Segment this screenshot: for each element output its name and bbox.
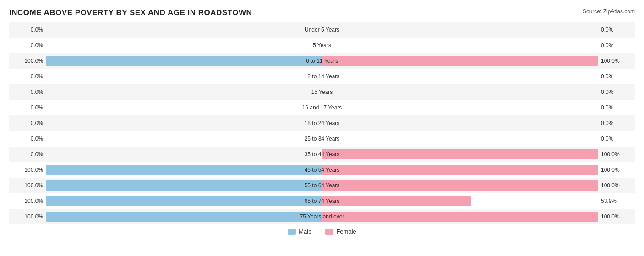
left-value-label: 0.0% <box>9 104 46 111</box>
legend-male: Male <box>288 228 311 235</box>
bar-area: 16 and 17 Years <box>46 100 598 115</box>
center-label: 35 to 44 Years <box>305 151 340 158</box>
source-text: Source: ZipAtlas.com <box>583 8 635 15</box>
bar-area: 45 to 54 Years <box>46 162 598 178</box>
left-value-label: 100.0% <box>9 213 46 220</box>
bar-row: 0.0%Under 5 Years0.0% <box>9 22 635 38</box>
right-value-label: 0.0% <box>598 27 635 33</box>
legend-male-label: Male <box>299 228 311 235</box>
chart-container: INCOME ABOVE POVERTY BY SEX AND AGE IN R… <box>0 0 644 256</box>
center-label: 6 to 11 Years <box>306 58 338 64</box>
legend-female-label: Female <box>336 228 356 235</box>
female-bar <box>322 56 598 66</box>
right-value-label: 0.0% <box>598 120 635 126</box>
right-value-label: 0.0% <box>598 104 635 111</box>
bar-row: 0.0%18 to 24 Years0.0% <box>9 115 635 131</box>
center-label: 65 to 74 Years <box>305 198 340 204</box>
male-bar <box>46 196 322 206</box>
legend-male-box <box>288 229 296 235</box>
left-value-label: 0.0% <box>9 27 46 33</box>
bar-area: 6 to 11 Years <box>46 53 598 69</box>
left-value-label: 0.0% <box>9 73 46 80</box>
left-value-label: 0.0% <box>9 42 46 49</box>
female-bar <box>322 196 471 206</box>
center-label: 12 to 14 Years <box>305 73 340 80</box>
center-label: 18 to 24 Years <box>305 120 340 126</box>
bar-area: 25 to 34 Years <box>46 131 598 147</box>
right-value-label: 0.0% <box>598 136 635 142</box>
bar-area: 15 Years <box>46 84 598 100</box>
male-bar <box>46 180 322 191</box>
male-bar <box>46 212 322 222</box>
center-label: 16 and 17 Years <box>302 104 342 111</box>
right-value-label: 100.0% <box>598 151 635 158</box>
center-label: 15 Years <box>311 89 333 95</box>
left-value-label: 100.0% <box>9 198 46 204</box>
male-bar <box>46 56 322 66</box>
right-value-label: 53.9% <box>598 198 635 204</box>
center-label: Under 5 Years <box>305 27 339 33</box>
rows-area: 0.0%Under 5 Years0.0%0.0%5 Years0.0%100.… <box>9 22 635 224</box>
chart-title: INCOME ABOVE POVERTY BY SEX AND AGE IN R… <box>9 8 635 17</box>
bar-row: 0.0%5 Years0.0% <box>9 38 635 53</box>
left-value-label: 100.0% <box>9 58 46 64</box>
bar-row: 100.0%55 to 64 Years100.0% <box>9 178 635 193</box>
female-bar <box>322 149 598 159</box>
bar-row: 100.0%45 to 54 Years100.0% <box>9 162 635 178</box>
legend-female: Female <box>325 228 356 235</box>
bar-area: 5 Years <box>46 38 598 53</box>
bar-row: 0.0%16 and 17 Years0.0% <box>9 100 635 115</box>
bar-area: 12 to 14 Years <box>46 69 598 84</box>
male-bar <box>46 165 322 175</box>
center-label: 45 to 54 Years <box>305 167 340 173</box>
female-bar <box>322 212 598 222</box>
center-label: 75 Years and over <box>300 213 344 220</box>
bar-row: 100.0%6 to 11 Years100.0% <box>9 53 635 69</box>
female-bar <box>322 165 598 175</box>
bar-row: 100.0%65 to 74 Years53.9% <box>9 193 635 209</box>
bar-area: Under 5 Years <box>46 22 598 38</box>
left-value-label: 100.0% <box>9 182 46 189</box>
left-value-label: 0.0% <box>9 151 46 158</box>
right-value-label: 100.0% <box>598 182 635 189</box>
bar-row: 0.0%25 to 34 Years0.0% <box>9 131 635 147</box>
bar-area: 35 to 44 Years <box>46 147 598 162</box>
bar-area: 75 Years and over <box>46 209 598 224</box>
female-bar <box>322 180 598 191</box>
left-value-label: 0.0% <box>9 136 46 142</box>
left-value-label: 0.0% <box>9 120 46 126</box>
right-value-label: 0.0% <box>598 73 635 80</box>
bar-area: 55 to 64 Years <box>46 178 598 193</box>
bar-area: 18 to 24 Years <box>46 115 598 131</box>
bar-row: 0.0%35 to 44 Years100.0% <box>9 147 635 162</box>
center-label: 55 to 64 Years <box>305 182 340 189</box>
center-label: 25 to 34 Years <box>305 136 340 142</box>
bar-area: 65 to 74 Years <box>46 193 598 209</box>
legend-female-box <box>325 229 333 235</box>
bar-row: 0.0%15 Years0.0% <box>9 84 635 100</box>
right-value-label: 100.0% <box>598 167 635 173</box>
right-value-label: 0.0% <box>598 89 635 95</box>
left-value-label: 0.0% <box>9 89 46 95</box>
right-value-label: 100.0% <box>598 213 635 220</box>
left-value-label: 100.0% <box>9 167 46 173</box>
right-value-label: 100.0% <box>598 58 635 64</box>
legend-area: Male Female <box>9 228 635 235</box>
right-value-label: 0.0% <box>598 42 635 49</box>
center-label: 5 Years <box>313 42 331 49</box>
bar-row: 100.0%75 Years and over100.0% <box>9 209 635 224</box>
bar-row: 0.0%12 to 14 Years0.0% <box>9 69 635 84</box>
